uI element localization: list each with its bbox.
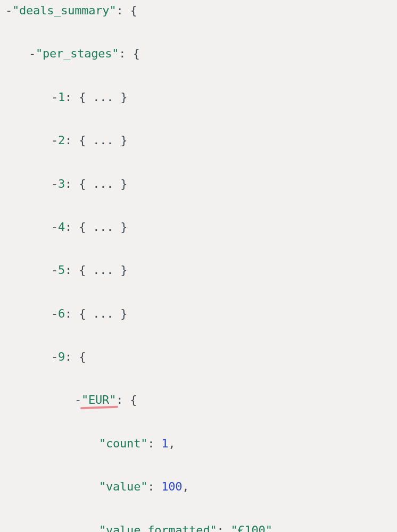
key-stage-5: 5 (58, 263, 65, 277)
collapsed-content[interactable]: { ... } (79, 307, 127, 320)
toggle-minus[interactable]: - (51, 177, 58, 190)
toggle-minus[interactable]: - (75, 393, 81, 406)
collapsed-content[interactable]: { ... } (79, 220, 127, 234)
key-stage-9: 9 (58, 350, 65, 363)
line-stage-9-open: -9: { (5, 346, 397, 368)
line-eur-count: "count": 1, (5, 433, 397, 455)
line-eur-value-formatted: "value_formatted": "€100", (5, 520, 397, 533)
toggle-minus[interactable]: - (51, 307, 58, 320)
toggle-minus[interactable]: - (51, 350, 58, 363)
key-eur: "EUR" (81, 393, 116, 406)
line-stage-1: -1: { ... } (5, 87, 397, 109)
toggle-minus[interactable]: - (51, 90, 58, 104)
key-count: "count" (99, 437, 147, 450)
key-deals-summary: "deals_summary" (12, 4, 116, 17)
toggle-minus[interactable]: - (29, 47, 36, 60)
value-number: 1 (161, 437, 168, 450)
line-stage-5: -5: { ... } (5, 260, 397, 281)
line-per-stages-open: -"per_stages": { (5, 43, 397, 65)
collapsed-content[interactable]: { ... } (79, 90, 127, 104)
value-number: 100 (161, 480, 182, 493)
line-stage-4: -4: { ... } (5, 217, 397, 238)
key-stage-2: 2 (58, 134, 65, 147)
line-eur-value: "value": 100, (5, 476, 397, 498)
key-stage-6: 6 (58, 307, 65, 320)
key-value-formatted: "value_formatted" (99, 523, 217, 533)
line-stage-2: -2: { ... } (5, 130, 397, 152)
toggle-minus[interactable]: - (5, 4, 12, 17)
key-stage-3: 3 (58, 177, 65, 190)
collapsed-content[interactable]: { ... } (79, 134, 127, 147)
key-stage-4: 4 (58, 220, 65, 234)
toggle-minus[interactable]: - (51, 134, 58, 147)
json-tree: -"deals_summary": { -"per_stages": { -1:… (5, 0, 397, 532)
value-string: "€100" (231, 523, 272, 533)
collapsed-content[interactable]: { ... } (79, 263, 127, 277)
line-stage-3: -3: { ... } (5, 173, 397, 195)
collapsed-content[interactable]: { ... } (79, 177, 127, 190)
line-eur-open: -"EUR": { (5, 389, 397, 411)
line-stage-6: -6: { ... } (5, 303, 397, 325)
toggle-minus[interactable]: - (51, 263, 58, 277)
key-per-stages: "per_stages" (36, 47, 119, 60)
toggle-minus[interactable]: - (51, 220, 58, 234)
key-value: "value" (99, 480, 147, 493)
line-root-open: -"deals_summary": { (5, 0, 397, 22)
key-stage-1: 1 (58, 90, 65, 104)
